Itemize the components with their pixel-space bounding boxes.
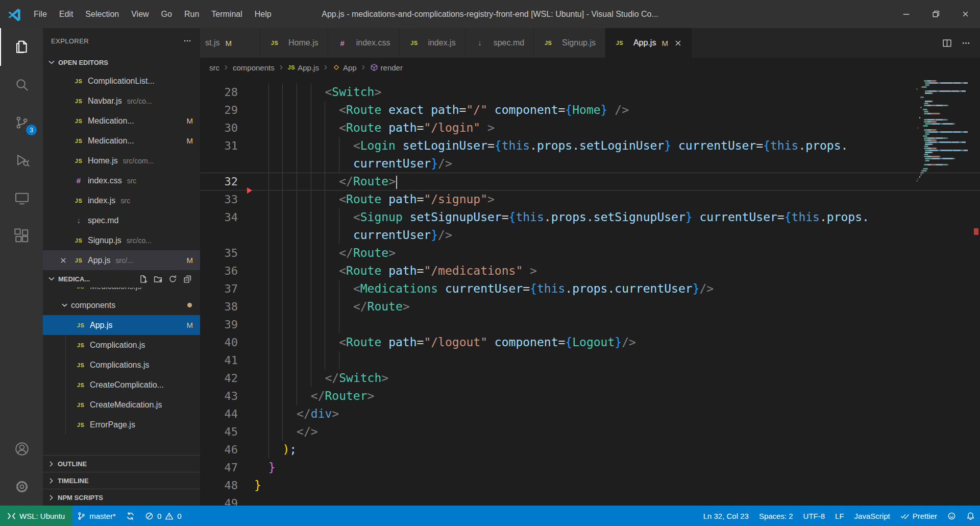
new-file-icon[interactable] bbox=[139, 275, 148, 283]
sidebar-section-timeline[interactable]: TIMELINE bbox=[43, 472, 200, 489]
remote-indicator[interactable]: WSL: Ubuntu bbox=[0, 506, 72, 526]
line-number[interactable] bbox=[200, 155, 238, 173]
breadcrumb-item-app[interactable]: App bbox=[332, 63, 357, 72]
line-number[interactable]: 47 bbox=[200, 459, 238, 476]
minimap[interactable] bbox=[917, 80, 972, 184]
split-editor-icon[interactable] bbox=[942, 38, 952, 48]
line-number[interactable] bbox=[200, 226, 238, 244]
code-line[interactable]: 42 </Switch> bbox=[200, 369, 980, 387]
tab-signup-js[interactable]: JSSignup.js bbox=[534, 28, 605, 58]
open-editor-item[interactable]: JSSignup.jssrc/co... bbox=[43, 230, 200, 250]
open-editor-item[interactable]: ↓spec.md bbox=[43, 210, 200, 230]
line-number[interactable]: 28 bbox=[200, 83, 238, 101]
activity-item-run-debug[interactable] bbox=[0, 141, 43, 179]
open-editor-item[interactable]: JSMedication...M bbox=[43, 131, 200, 151]
code-line[interactable]: 32 </Route> bbox=[200, 173, 980, 190]
tab-st-js[interactable]: st.jsM bbox=[200, 28, 260, 58]
code-line[interactable]: 34 <Signup setSignupUser={this.props.set… bbox=[200, 208, 980, 226]
encoding-item[interactable]: UTF-8 bbox=[798, 506, 830, 526]
open-editor-item[interactable]: JSMedication...M bbox=[43, 111, 200, 131]
tree-item-clipped[interactable]: JS Medications.js bbox=[43, 288, 200, 295]
code-line[interactable]: 48} bbox=[200, 476, 980, 494]
more-actions-icon[interactable] bbox=[961, 38, 971, 48]
code-line[interactable]: 40 <Route path="/logout" component={Logo… bbox=[200, 333, 980, 351]
open-editor-item[interactable]: JSNavbar.jssrc/co... bbox=[43, 91, 200, 111]
tab-home-js[interactable]: JSHome.js bbox=[260, 28, 328, 58]
formatter-item[interactable]: Prettier bbox=[895, 506, 942, 526]
activity-item-settings[interactable] bbox=[0, 468, 43, 506]
line-number[interactable]: 39 bbox=[200, 316, 238, 333]
line-number[interactable]: 29 bbox=[200, 101, 238, 119]
tree-item-createmedication-js[interactable]: JSCreateMedication.js bbox=[43, 395, 200, 415]
line-number[interactable]: 40 bbox=[200, 333, 238, 351]
code-line[interactable]: 33 <Route path="/signup"> bbox=[200, 190, 980, 208]
open-editor-item[interactable]: JSApp.jssrc/...M bbox=[43, 250, 200, 270]
language-item[interactable]: JavaScript bbox=[849, 506, 895, 526]
tab-spec-md[interactable]: ↓spec.md bbox=[465, 28, 534, 58]
sidebar-section-outline[interactable]: OUTLINE bbox=[43, 455, 200, 472]
line-number[interactable]: 43 bbox=[200, 387, 238, 405]
project-section-header[interactable]: MEDICA... bbox=[43, 270, 200, 288]
sidebar-section-npm-scripts[interactable]: NPM SCRIPTS bbox=[43, 489, 200, 506]
activity-item-accounts[interactable] bbox=[0, 430, 43, 468]
menu-item-view[interactable]: View bbox=[125, 0, 155, 28]
tree-item-complications-js[interactable]: JSComplications.js bbox=[43, 355, 200, 375]
notifications-item[interactable] bbox=[961, 506, 980, 526]
folder-row-components[interactable]: components bbox=[43, 295, 200, 315]
code-line[interactable]: 38 </Route> bbox=[200, 298, 980, 316]
line-number[interactable]: 48 bbox=[200, 476, 238, 494]
breadcrumb-item-components[interactable]: components bbox=[233, 63, 275, 72]
menu-item-edit[interactable]: Edit bbox=[53, 0, 80, 28]
activity-item-search[interactable] bbox=[0, 66, 43, 104]
indentation-item[interactable]: Spaces: 2 bbox=[754, 506, 798, 526]
more-actions-icon[interactable] bbox=[183, 36, 192, 45]
refresh-icon[interactable] bbox=[168, 275, 177, 283]
line-number[interactable]: 46 bbox=[200, 441, 238, 459]
code-line[interactable]: currentUser}/> bbox=[200, 155, 980, 173]
sync-item[interactable] bbox=[121, 506, 140, 526]
line-number[interactable]: 34 bbox=[200, 208, 238, 226]
close-window-button[interactable] bbox=[950, 0, 980, 28]
problems-item[interactable]: 0 0 bbox=[140, 506, 187, 526]
open-editor-item[interactable]: JSindex.jssrc bbox=[43, 190, 200, 210]
code-line[interactable]: 49 bbox=[200, 494, 980, 506]
activity-item-source-control[interactable]: 3 bbox=[0, 104, 43, 141]
activity-item-extensions[interactable] bbox=[0, 217, 43, 255]
line-number[interactable]: 37 bbox=[200, 280, 238, 298]
code-line[interactable]: 28 <Switch> bbox=[200, 83, 980, 101]
git-branch-item[interactable]: master* bbox=[72, 506, 121, 526]
line-number[interactable]: 36 bbox=[200, 262, 238, 280]
line-number[interactable]: 38 bbox=[200, 298, 238, 316]
breadcrumb-item-render[interactable]: render bbox=[370, 63, 403, 72]
code-line[interactable]: 46 ); bbox=[200, 441, 980, 459]
open-editors-header[interactable]: OPEN EDITORS bbox=[43, 54, 200, 71]
breadcrumb-item-src[interactable]: src bbox=[209, 63, 219, 72]
tab-index-js[interactable]: JSindex.js bbox=[400, 28, 465, 58]
code-line[interactable]: 44 </div> bbox=[200, 405, 980, 423]
overview-ruler[interactable] bbox=[973, 77, 980, 506]
tree-item-createcomplicatio-[interactable]: JSCreateComplicatio... bbox=[43, 375, 200, 395]
tree-item-app-js[interactable]: JSApp.jsM bbox=[43, 315, 200, 335]
new-folder-icon[interactable] bbox=[154, 275, 162, 283]
line-number[interactable]: 31 bbox=[200, 137, 238, 155]
code-line[interactable]: 29 <Route exact path="/" component={Home… bbox=[200, 101, 980, 119]
line-number[interactable]: 45 bbox=[200, 423, 238, 441]
line-number[interactable]: 49 bbox=[200, 494, 238, 506]
open-editor-item[interactable]: JSComplicationList... bbox=[43, 71, 200, 91]
line-number[interactable]: 41 bbox=[200, 351, 238, 369]
code-line[interactable]: 30 <Route path="/login" > bbox=[200, 119, 980, 137]
code-line[interactable]: 43 </Router> bbox=[200, 387, 980, 405]
line-number[interactable]: 42 bbox=[200, 369, 238, 387]
tree-item-errorpage-js[interactable]: JSErrorPage.js bbox=[43, 415, 200, 435]
menu-item-go[interactable]: Go bbox=[155, 0, 178, 28]
menu-item-help[interactable]: Help bbox=[249, 0, 278, 28]
tree-item-complication-js[interactable]: JSComplication.js bbox=[43, 335, 200, 355]
code-line[interactable]: 37 <Medications currentUser={this.props.… bbox=[200, 280, 980, 298]
feedback-item[interactable] bbox=[942, 506, 961, 526]
menu-item-file[interactable]: File bbox=[28, 0, 53, 28]
cursor-position-item[interactable]: Ln 32, Col 23 bbox=[698, 506, 754, 526]
activity-item-explorer[interactable] bbox=[0, 28, 43, 66]
line-number[interactable]: 44 bbox=[200, 405, 238, 423]
code-line[interactable]: 39 bbox=[200, 316, 980, 333]
tab-index-css[interactable]: #index.css bbox=[328, 28, 400, 58]
